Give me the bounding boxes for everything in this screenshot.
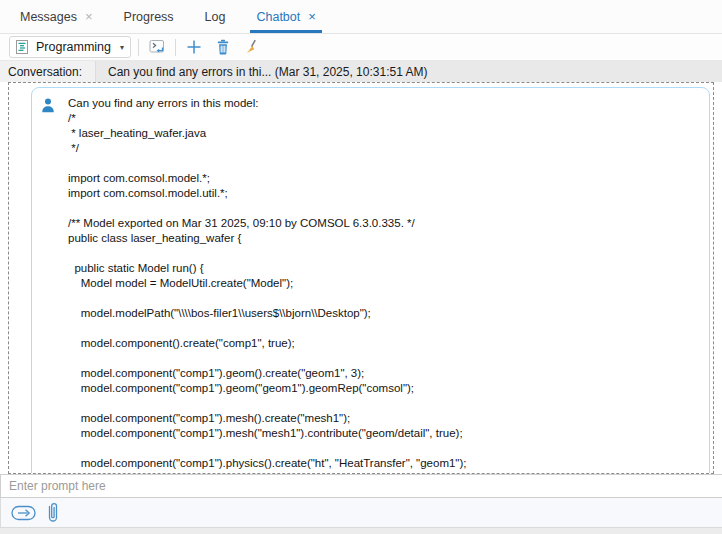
send-arrow-icon (11, 504, 37, 522)
tab-label: Chatbot (256, 10, 300, 24)
prompt-actions (0, 498, 722, 527)
new-conversation-button[interactable] (183, 36, 205, 58)
conversation-select[interactable]: Can you find any errors in thi... (Mar 3… (95, 61, 722, 82)
bottom-strip (0, 527, 722, 534)
chatbot-toolbar: Programming ▾ (0, 34, 722, 60)
trash-icon (215, 39, 231, 55)
tab-log[interactable]: Log (203, 0, 228, 33)
chevron-down-icon: ▾ (120, 43, 124, 52)
mode-label: Programming (36, 40, 111, 54)
toolbar-separator (175, 39, 176, 56)
programming-mode-icon (14, 39, 30, 55)
console-insert-icon (148, 38, 166, 56)
prompt-row (0, 474, 722, 498)
conversation-selected-value: Can you find any errors in thi... (Mar 3… (108, 65, 428, 79)
close-icon[interactable]: × (85, 10, 93, 23)
chat-area: Can you find any errors in this model: /… (0, 82, 722, 474)
broom-icon (244, 39, 260, 55)
paperclip-icon (46, 501, 60, 525)
insert-into-editor-button[interactable] (146, 36, 168, 58)
close-icon[interactable]: × (308, 10, 316, 23)
toolbar-separator (138, 39, 139, 56)
tab-label: Progress (124, 10, 174, 24)
tab-progress[interactable]: Progress (122, 0, 176, 33)
tab-chatbot[interactable]: Chatbot × (254, 0, 317, 33)
send-button[interactable] (11, 504, 37, 522)
attach-button[interactable] (46, 501, 60, 525)
plus-icon (186, 39, 202, 55)
user-message-text: Can you find any errors in this model: /… (68, 96, 699, 471)
user-avatar-icon (40, 97, 56, 113)
tab-bar: Messages × Progress Log Chatbot × (0, 0, 722, 34)
conversation-label: Conversation: (0, 61, 95, 82)
conversation-bar: Conversation: Can you find any errors in… (0, 60, 722, 82)
tab-label: Log (205, 10, 226, 24)
conversation-panel[interactable]: Can you find any errors in this model: /… (8, 82, 714, 474)
prompt-input[interactable] (0, 474, 722, 498)
user-message-bubble: Can you find any errors in this model: /… (31, 87, 710, 474)
mode-selector[interactable]: Programming ▾ (9, 36, 131, 58)
delete-conversation-button[interactable] (212, 36, 234, 58)
tab-label: Messages (20, 10, 77, 24)
tab-messages[interactable]: Messages × (18, 0, 95, 33)
clear-conversation-button[interactable] (241, 36, 263, 58)
